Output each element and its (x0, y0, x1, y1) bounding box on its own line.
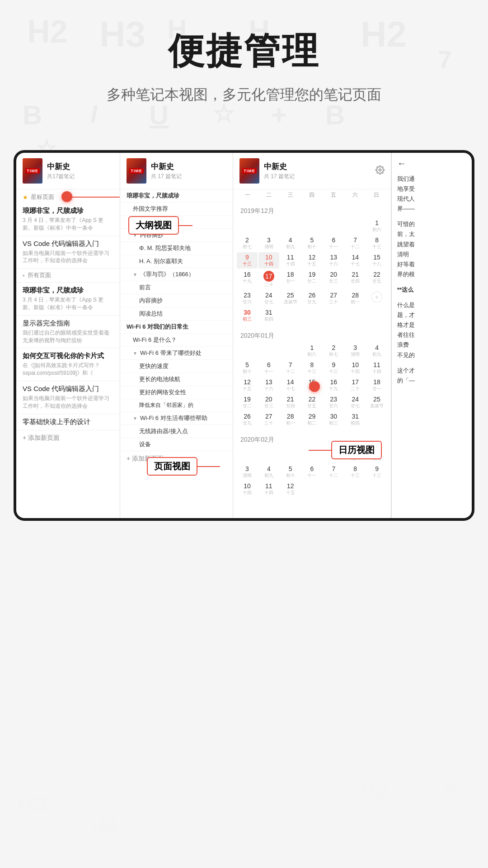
cal-day[interactable]: 7十二 (345, 235, 366, 251)
cal-day[interactable]: 1初六 (302, 343, 323, 359)
outline-item[interactable]: Wi-Fi 6 是什么？ (120, 334, 233, 347)
cal-day[interactable]: 10十四 (345, 360, 366, 376)
outline-item[interactable]: 内容摘抄 (120, 294, 233, 307)
cal-day[interactable]: 7十二 (280, 360, 301, 376)
add-page-button-1[interactable]: + 添加新页面 (16, 430, 120, 446)
cal-day[interactable]: 25圣诞节 (280, 290, 301, 307)
list-item[interactable]: 琅琊非宝，尺牍成珍 3 月 4 日，苹果发布了《App S 更新。新版《标准》中… (16, 203, 120, 236)
list-item[interactable]: VS Code 代码编辑器入门 如果当电脑只能装一个软件还需学习工作时，不知道你… (16, 381, 120, 414)
cal-day[interactable]: 22廿五 (366, 269, 387, 289)
cal-day[interactable]: 8十三 (366, 235, 387, 251)
outline-item[interactable]: 降低来自「邻居家」的 (120, 399, 233, 412)
list-item[interactable]: 零基础快读上手的设计 (16, 414, 120, 430)
cal-day[interactable]: 20廿三 (323, 269, 344, 289)
cal-day[interactable]: 3清明 (237, 464, 258, 480)
add-day-button[interactable]: + (371, 292, 382, 302)
cal-day[interactable]: 28初一 (280, 411, 301, 428)
cal-day[interactable]: 27三十 (258, 411, 279, 428)
cal-day-highlighted[interactable]: 9十三 (237, 252, 258, 269)
cal-day[interactable]: 22廿五 (302, 394, 323, 410)
cal-day[interactable]: 21廿四 (280, 394, 301, 410)
cal-day[interactable]: 18廿一 (366, 377, 387, 393)
outline-item[interactable]: 前言 (120, 281, 233, 294)
outline-item[interactable]: ▼ Wi-Fi 6 对生活有哪些帮助 (120, 412, 233, 425)
outline-item[interactable]: Φ. M. 陀思妥耶夫地 (120, 242, 233, 255)
outline-item[interactable]: ▼ Wi-Fi 6 带来了哪些好处 (120, 347, 233, 360)
outline-item[interactable]: ▼ 《罪与罚》（1866） (120, 268, 233, 281)
cal-day[interactable]: 5初十 (280, 464, 301, 480)
cal-day[interactable]: 13十六 (323, 252, 344, 269)
cal-day[interactable]: 4初九 (280, 235, 301, 251)
cal-day[interactable]: 1初六 (366, 218, 387, 234)
cal-day-today[interactable]: 17二十 (258, 269, 279, 289)
cal-day[interactable]: 4初九 (258, 464, 279, 480)
outline-item[interactable]: 更长的电池续航 (120, 373, 233, 386)
cal-day[interactable]: 9十三 (323, 360, 344, 376)
cal-day[interactable]: 25圣诞节 (366, 394, 387, 410)
outline-item[interactable]: 无线路由器/接入点 (120, 425, 233, 438)
cal-day[interactable]: 16十九 (237, 269, 258, 289)
cal-day[interactable]: 19廿二 (302, 269, 323, 289)
cal-day[interactable]: 13十六 (258, 377, 279, 393)
cal-day[interactable]: 16十九 (323, 377, 344, 393)
outline-item[interactable]: Wi-Fi 6 对我们的日常生 (120, 321, 233, 334)
cal-day[interactable]: 8十三 (345, 464, 366, 480)
cal-day[interactable]: 3清明 (345, 343, 366, 359)
cal-day[interactable]: 17二十 (345, 377, 366, 393)
list-item[interactable]: 如何交互可视化你的卡片式 在《[如何高效实践卡片式写作？sspai.com/po… (16, 348, 120, 381)
cal-day[interactable]: 2初七 (237, 235, 258, 251)
cal-day[interactable]: 12十五 (302, 252, 323, 269)
cal-day[interactable]: 15十八 (366, 252, 387, 269)
cal-day[interactable]: 9十三 (366, 464, 387, 480)
cal-day[interactable]: 6十一 (258, 360, 279, 376)
cal-day[interactable]: 11十四 (258, 481, 279, 497)
outline-item[interactable]: 阅读总结 (120, 307, 233, 321)
cal-day[interactable]: 12十五 (280, 481, 301, 497)
cal-day-highlighted[interactable]: 10十四 (258, 252, 279, 269)
cal-day[interactable]: 20廿三 (258, 394, 279, 410)
cal-day[interactable]: 5初十 (237, 360, 258, 376)
cal-day[interactable]: 24廿七 (258, 290, 279, 307)
outline-item[interactable]: H. A. 别尔嘉耶夫 (120, 255, 233, 268)
cal-day[interactable]: 31初四 (258, 307, 279, 324)
list-item[interactable]: VS Code 代码编辑器入门 如果当电脑只能装一个软件还需学习工作时，不知道你… (16, 236, 120, 269)
outline-item[interactable]: 设备 (120, 438, 233, 451)
cal-day[interactable]: 2初七 (323, 343, 344, 359)
cal-day[interactable]: 29初二 (302, 411, 323, 428)
cal-day[interactable]: 24廿七 (345, 394, 366, 410)
cal-day[interactable]: 23廿六 (237, 290, 258, 307)
list-item[interactable]: 显示器完全指南 我们通过自己的眼睛感受实世受着毫无束缚的视野与绚烂缤纷 (16, 316, 120, 349)
outline-item[interactable]: 更好的网络安全性 (120, 386, 233, 399)
cal-day[interactable]: 5初十 (302, 235, 323, 251)
cal-day-today-red[interactable]: 30 初三 (237, 307, 258, 324)
cal-day[interactable]: 18廿一 (280, 269, 301, 289)
cal-day[interactable]: 6十一 (323, 235, 344, 251)
cal-day[interactable]: 14十七 (345, 252, 366, 269)
cal-day[interactable]: 26廿九 (237, 411, 258, 428)
cal-day[interactable]: 8十三 (302, 360, 323, 376)
cal-day[interactable]: 12十五 (237, 377, 258, 393)
cal-day[interactable]: 26廿九 (302, 290, 323, 307)
cal-day[interactable]: 3清明 (258, 235, 279, 251)
cal-day[interactable]: 28初一 (345, 290, 366, 307)
cal-day[interactable]: 11十四 (366, 360, 387, 376)
cal-day[interactable]: 21廿四 (345, 269, 366, 289)
cal-day[interactable]: 19廿二 (237, 394, 258, 410)
cal-day[interactable]: 7十二 (323, 464, 344, 480)
cal-day-add[interactable]: + (366, 290, 387, 307)
cal-day[interactable]: 10十四 (237, 481, 258, 497)
cal-day[interactable]: 11十四 (280, 252, 301, 269)
cal-day[interactable]: 4初九 (366, 343, 387, 359)
back-arrow[interactable]: ← (397, 158, 472, 169)
outline-item[interactable]: 更快的速度 (120, 360, 233, 373)
cal-day[interactable]: 6十一 (302, 464, 323, 480)
outline-item[interactable]: 外国文学推荐 (120, 203, 233, 216)
list-item[interactable]: 琅琊非宝，尺牍成珍 3 月 4 日，苹果发布了《App S 更新。新版《标准》中… (16, 283, 120, 316)
cal-day[interactable]: 31初四 (345, 411, 366, 428)
cal-day[interactable]: 30初三 (323, 411, 344, 428)
cal-day[interactable]: 14十七 (280, 377, 301, 393)
cal-day[interactable]: 27三十 (323, 290, 344, 307)
calendar-container[interactable]: 2019年12月 1初六 2初七 3清明 4初九 5初十 6十一 (233, 203, 391, 518)
outline-item[interactable]: 琅琊非宝，尺牍成珍 (120, 189, 233, 203)
cal-day[interactable]: 23廿六 (323, 394, 344, 410)
